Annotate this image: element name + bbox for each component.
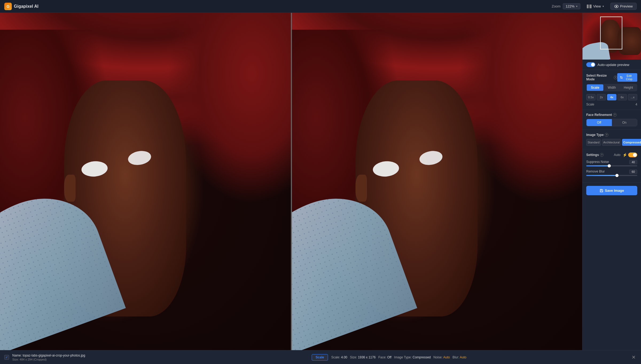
image-area[interactable] [0,13,582,350]
ear-detail [64,175,76,202]
svg-rect-1 [589,5,592,8]
size-label: Size: [12,358,19,361]
view-label: View [593,4,601,8]
thumbnail-preview [583,13,641,60]
bottom-bar: ✓ Name: topaz-labs-gigapixel-ai-crop-you… [0,350,641,364]
scale-2x[interactable]: 2x [597,94,606,100]
output-info: Scale: 4.00 Size: 1936 x 1176 Face: Off … [331,355,627,359]
settings-info-icon[interactable]: ? [600,153,604,157]
face-output-label: Face: [378,355,386,359]
zoom-control: Zoom 122% ▾ [552,3,580,9]
output-scale-label: Scale: [331,355,340,359]
noise-output-label: Noise: [433,355,443,359]
resize-tab-group: Scale Width Height [586,84,637,91]
save-image-button[interactable]: Save Image [586,186,637,195]
image-type-compressed[interactable]: Compressed [622,139,641,146]
blur-output-label: Blur: [452,355,459,359]
settings-row: Settings ? Auto ⚡ [586,152,637,157]
file-checkbox[interactable]: ✓ [4,355,9,360]
scale-custom[interactable]: ...x [628,94,637,100]
preview-button[interactable]: Preview [610,3,637,10]
split-image-container [0,13,582,350]
auto-update-row: Auto-update preview [583,60,641,70]
zoom-value-dropdown[interactable]: 122% ▾ [563,3,580,9]
auto-update-toggle[interactable] [586,62,595,67]
noise-output-value: Auto [443,355,450,359]
scale-6x[interactable]: 6x [617,94,627,100]
remove-blur-thumb[interactable] [615,174,619,177]
edit-crop-button[interactable]: Edit Crop [617,73,637,82]
filename-value: topaz-labs-gigapixel-ai-crop-your-photos… [23,354,85,357]
face-refinement-header: Face Refinement ? [586,113,637,117]
scale-0-5x[interactable]: 0.5x [586,94,596,100]
crop-box[interactable] [600,17,622,49]
resize-mode-title: Select Resize Mode ? [586,74,617,81]
output-size-label: Size: [350,355,357,359]
face-refinement-info-icon[interactable]: ? [613,113,617,117]
suppress-noise-label: Suppress Noise [586,160,609,164]
image-panel-right[interactable] [291,13,582,350]
image-panel-left[interactable] [0,13,291,350]
zoom-label: Zoom [552,4,560,8]
original-image [0,13,291,350]
close-bottom-bar-button[interactable]: ✕ [631,353,637,361]
scale-options: 0.5x 2x 4x 6x ...x [586,94,637,100]
suppress-noise-slider-row: Suppress Noise 40 [586,160,637,166]
preview-label: Preview [620,4,633,8]
main-content: Auto-update preview Select Resize Mode ?… [0,13,641,350]
header-controls: Zoom 122% ▾ View ▾ Preview [552,3,637,10]
image-type-header: Image Type ? [586,133,637,137]
app-header: G Gigapixel AI Zoom 122% ▾ View ▾ Previ [0,0,641,13]
view-button[interactable]: View ▾ [585,3,606,9]
settings-auto-toggle[interactable] [628,152,637,157]
settings-section: Settings ? Auto ⚡ Suppress Noise 40 [583,149,641,183]
remove-blur-slider-row: Remove Blur 60 [586,170,637,176]
thumbnail-image [583,13,641,60]
image-type-title: Image Type ? [586,133,608,137]
scale-badge: Scale [312,354,328,361]
image-type-output-value: Compressed [413,355,431,359]
face-refinement-section: Face Refinement ? Off On [583,110,641,130]
face-refinement-on[interactable]: On [612,119,637,126]
logo-area: G Gigapixel AI [4,3,38,10]
image-type-group: Standard Architectural Compressed [586,139,637,146]
settings-title: Settings ? [586,153,604,157]
auto-badge: Auto [614,153,620,157]
suppress-noise-fill [586,165,609,166]
svg-rect-5 [600,191,603,192]
suppress-noise-thumb[interactable] [608,164,611,167]
save-icon [600,189,603,193]
remove-blur-track[interactable] [586,175,637,176]
filename-label: Name: [12,354,22,357]
eye-icon [614,5,619,8]
right-panel: Auto-update preview Select Resize Mode ?… [582,13,641,350]
blur-output-value: Auto [460,355,467,359]
tab-width[interactable]: Width [603,84,620,91]
resize-mode-info-icon[interactable]: ? [614,76,617,79]
lightning-icon: ⚡ [623,153,627,157]
app-title: Gigapixel AI [14,4,38,9]
image-type-standard[interactable]: Standard [586,139,601,146]
tab-height[interactable]: Height [620,84,637,91]
file-info: Name: topaz-labs-gigapixel-ai-crop-your-… [12,354,308,361]
scale-4x[interactable]: 4x [607,94,616,100]
save-image-label: Save Image [605,189,624,193]
view-chevron-icon: ▾ [603,5,604,8]
zoom-chevron-icon: ▾ [576,5,577,8]
resize-mode-section: Select Resize Mode ? Edit Crop Scale Wid… [583,70,641,110]
suppress-noise-track[interactable] [586,165,637,166]
scale-row: Scale 4 [586,103,637,106]
file-size-row: Size: 484 x 294 (Cropped) [12,358,308,361]
resize-mode-header: Select Resize Mode ? Edit Crop [586,73,637,82]
output-scale-value: 4.00 [341,355,347,359]
split-divider[interactable] [291,13,292,350]
output-size-value: 1936 x 1176 [358,355,376,359]
image-type-architectural[interactable]: Architectural [602,139,621,146]
remove-blur-fill [586,175,617,176]
image-type-info-icon[interactable]: ? [605,133,608,137]
tab-scale[interactable]: Scale [587,84,603,91]
face-refinement-off[interactable]: Off [587,119,612,126]
crop-icon [620,76,623,79]
remove-blur-label: Remove Blur [586,170,605,174]
lightning-toggle: Auto ⚡ [614,152,637,157]
